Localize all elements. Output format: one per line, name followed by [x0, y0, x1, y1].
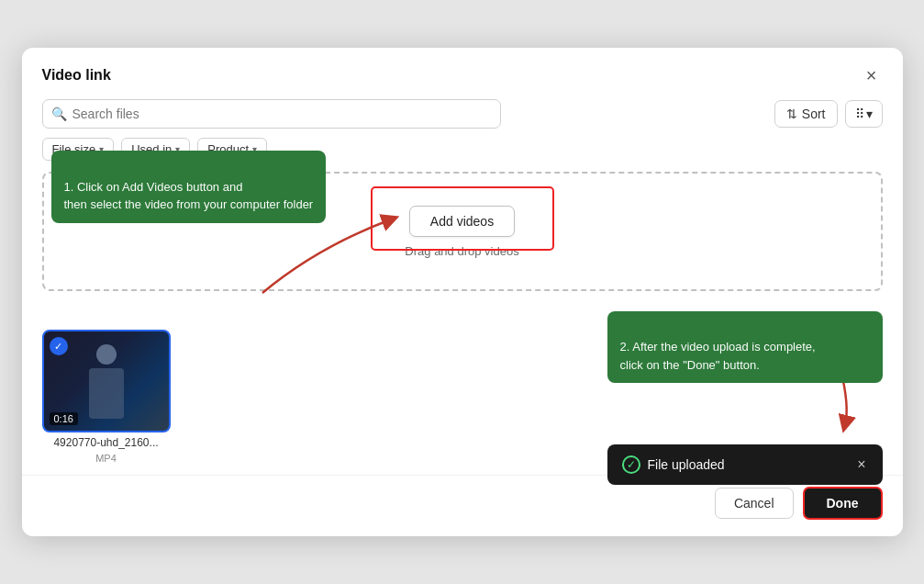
filter-product-label: Product [207, 142, 249, 156]
cancel-button[interactable]: Cancel [715, 488, 794, 519]
toast-content: ✓ File uploaded [622, 455, 725, 474]
toast-text: File uploaded [648, 457, 725, 472]
search-input[interactable] [42, 99, 501, 129]
filter-chip-usedin[interactable]: Used in ▾ [121, 138, 190, 161]
search-icon: 🔍 [51, 107, 67, 121]
done-button[interactable]: Done [803, 487, 883, 520]
filter-usedin-label: Used in [131, 142, 172, 156]
chevron-down-icon: ▾ [866, 107, 873, 121]
sort-icon: ⇅ [786, 107, 797, 121]
video-link-modal: Video link × 🔍 ⇅ Sort ⠿ ▾ [22, 48, 903, 536]
modal-body: Add videos Drag and drop videos [22, 172, 903, 475]
filter-filesize-label: File size [52, 142, 96, 156]
drop-zone[interactable]: Add videos Drag and drop videos [42, 172, 883, 291]
filter-chip-product[interactable]: Product ▾ [197, 138, 267, 161]
toolbar-right: ⇅ Sort ⠿ ▾ [774, 100, 883, 128]
filter-chip-filesize[interactable]: File size ▾ [42, 138, 115, 161]
filter-product-chevron: ▾ [252, 144, 257, 154]
sort-button[interactable]: ⇅ Sort [774, 100, 838, 128]
file-person-silhouette [44, 331, 169, 431]
file-name-label: 4920770-uhd_2160... [53, 436, 158, 449]
grid-toggle-button[interactable]: ⠿ ▾ [845, 100, 883, 128]
modal-title: Video link [42, 67, 111, 84]
file-uploaded-toast: ✓ File uploaded × [607, 444, 883, 485]
filter-bar: File size ▾ Used in ▾ Product ▾ [22, 138, 903, 172]
modal-header: Video link × [22, 48, 903, 99]
file-type-label: MP4 [95, 453, 117, 464]
grid-icon: ⠿ [855, 107, 864, 121]
modal-overlay: Video link × 🔍 ⇅ Sort ⠿ ▾ [0, 0, 924, 584]
file-thumbnail-image: ✓ 0:16 [42, 330, 171, 432]
filter-filesize-chevron: ▾ [99, 144, 104, 154]
modal-toolbar: 🔍 ⇅ Sort ⠿ ▾ [22, 99, 903, 138]
search-wrapper: 🔍 [42, 99, 501, 129]
filter-usedin-chevron: ▾ [175, 144, 180, 154]
add-videos-button[interactable]: Add videos [409, 206, 515, 237]
toast-close-button[interactable]: × [855, 456, 867, 473]
toast-check-icon: ✓ [622, 455, 640, 474]
modal-close-button[interactable]: × [861, 64, 883, 86]
drag-drop-label: Drag and drop videos [405, 244, 518, 258]
sort-label: Sort [802, 107, 826, 121]
file-thumb[interactable]: ✓ 0:16 4920770-uhd_2160... MP4 [42, 330, 171, 464]
